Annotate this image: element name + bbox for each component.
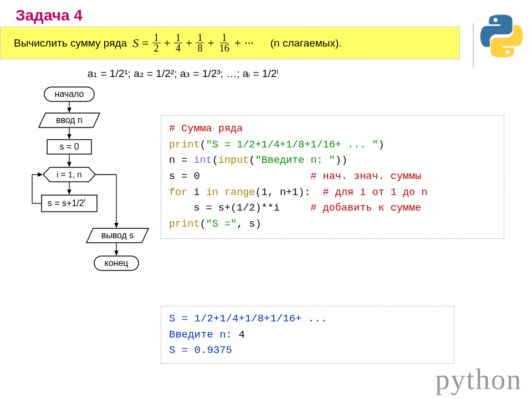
svg-text:вывод s: вывод s bbox=[101, 231, 134, 240]
svg-text:s = 0: s = 0 bbox=[59, 142, 79, 151]
svg-text:i = 1, n: i = 1, n bbox=[57, 170, 81, 179]
divider bbox=[473, 23, 474, 68]
svg-text:начало: начало bbox=[54, 89, 84, 99]
problem-suffix: (n слагаемых). bbox=[270, 37, 342, 49]
python-watermark: python bbox=[436, 363, 522, 396]
slide-title: Задача 4 bbox=[0, 0, 532, 27]
svg-text:s = s+1/2i: s = s+1/2i bbox=[48, 197, 85, 208]
problem-prefix: Вычислить сумму ряда bbox=[14, 37, 127, 49]
flowchart: начало ввод n s = 0 i = 1, n s = s+1/2i … bbox=[11, 84, 155, 289]
svg-text:ввод n: ввод n bbox=[56, 115, 83, 125]
series-formula: S = 12 + 14 + 18 + 116 + ··· bbox=[132, 33, 254, 53]
problem-statement: Вычислить сумму ряда S = 12 + 14 + 18 + … bbox=[0, 27, 460, 59]
term-definitions: a₁ = 1/2¹; a₂ = 1/2²; a₃ = 1/2³; …; aᵢ =… bbox=[50, 67, 316, 80]
code-listing: # Сумма ряда print("S = 1/2+1/4+1/8+1/16… bbox=[161, 115, 504, 239]
svg-text:конец: конец bbox=[105, 258, 129, 268]
python-logo-icon bbox=[479, 14, 524, 58]
program-output: S = 1/2+1/4+1/8+1/16+ ... Введите n: 4 S… bbox=[161, 306, 454, 364]
